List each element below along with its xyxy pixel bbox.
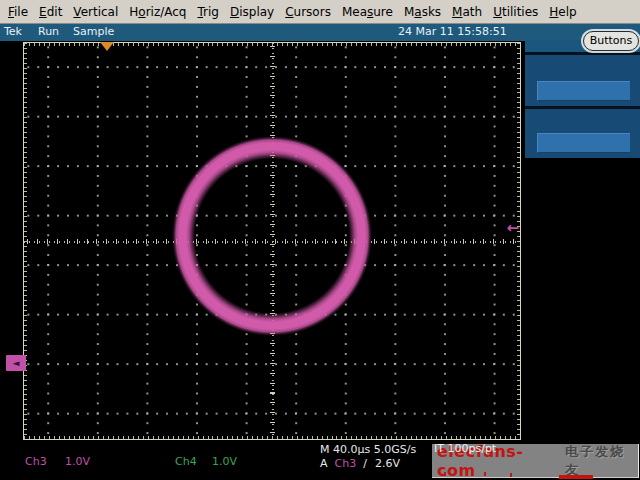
timebase-readout: M 40.0µs 5.0GS/s: [320, 443, 416, 456]
status-bar: Tek Run Sample 24 Mar 11 15:58:51: [0, 24, 640, 41]
oscilloscope-screen: File Edit Vertical Horiz/Acq Trig Displa…: [0, 0, 640, 480]
menu-item-edit[interactable]: Edit: [39, 5, 62, 19]
tek-logo: Tek: [4, 24, 22, 40]
watermark-red-bar: [559, 475, 593, 479]
menu-item-math[interactable]: Math: [452, 5, 482, 19]
side-panel: [525, 40, 640, 440]
watermark-cn-text: 电子发烧友: [565, 443, 638, 479]
menu-item-measure[interactable]: Measure: [342, 5, 393, 19]
soft-key-button-2[interactable]: [537, 133, 630, 153]
trigger-source: Ch3: [335, 457, 357, 470]
trigger-level-arrow-icon[interactable]: ←: [506, 221, 519, 236]
menu-item-vertical[interactable]: Vertical: [73, 5, 118, 19]
acquisition-mode: Sample: [73, 24, 114, 40]
menu-item-trig[interactable]: Trig: [197, 5, 218, 19]
ch4-scale[interactable]: 1.0V: [212, 455, 237, 468]
menu-bar: File Edit Vertical Horiz/Acq Trig Displa…: [0, 0, 640, 24]
ch4-label[interactable]: Ch4: [175, 455, 197, 468]
menu-item-cursors[interactable]: Cursors: [285, 5, 331, 19]
menu-item-masks[interactable]: Masks: [404, 5, 441, 19]
menu-item-horiz-acq[interactable]: Horiz/Acq: [129, 5, 186, 19]
ch3-scale[interactable]: 1.0V: [65, 455, 90, 468]
soft-key-panel-2: [525, 109, 640, 158]
resolution-readout: IT 100ps/pt: [434, 442, 496, 455]
menu-item-utilities[interactable]: Utilities: [493, 5, 538, 19]
datetime: 24 Mar 11 15:58:51: [398, 24, 507, 40]
acquisition-state: Run: [38, 24, 59, 40]
ch3-reference-marker-icon[interactable]: ◄: [6, 355, 26, 371]
ch3-label[interactable]: Ch3: [25, 455, 47, 468]
menu-item-file[interactable]: File: [8, 5, 28, 19]
menu-item-help[interactable]: Help: [549, 5, 576, 19]
xy-trace-circle: [172, 136, 372, 336]
trigger-readout: ACh3∕2.6V: [320, 457, 400, 470]
graticule: ←: [23, 42, 521, 440]
soft-key-panel-1: [525, 55, 640, 106]
buttons-button[interactable]: Buttons: [583, 31, 639, 51]
soft-key-button-1[interactable]: [537, 81, 630, 101]
menu-item-display[interactable]: Display: [230, 5, 274, 19]
trigger-slope-icon: ∕: [363, 457, 367, 470]
trigger-level: 2.6V: [375, 457, 400, 470]
trigger-position-marker-icon[interactable]: [100, 42, 114, 51]
